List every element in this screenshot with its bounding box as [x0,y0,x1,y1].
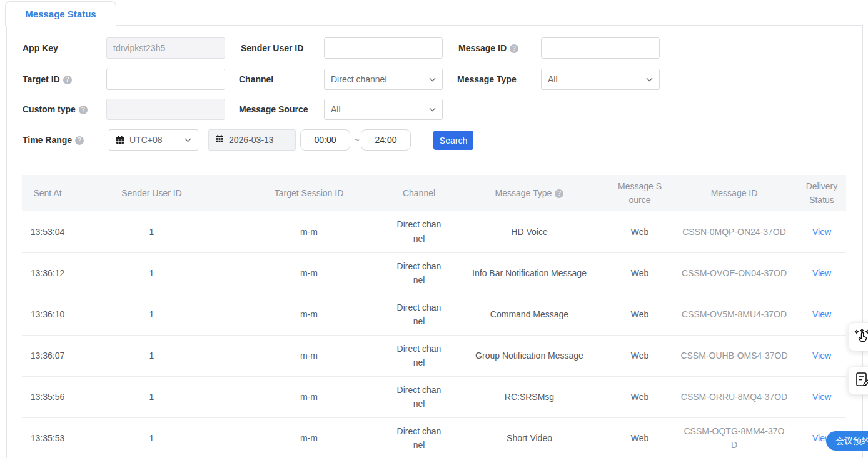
table-row: 13:36:07 1 m-m Direct channel Group Noti… [22,335,846,376]
view-link[interactable]: View [812,268,831,278]
table-row: 13:35:53 1 m-m Direct channel Short Vide… [22,417,846,458]
end-time-input[interactable] [361,129,411,151]
app-key-label: App Key [23,37,58,59]
custom-type-label: Custom type [23,99,88,120]
sender-user-id-label: Sender User ID [241,37,303,59]
table-row: 13:35:56 1 m-m Direct channel RC:SRSMsg … [22,376,846,417]
message-id-input[interactable] [541,37,660,59]
target-id-label: Target ID [23,69,72,90]
tab-label: Message Status [25,9,96,19]
col-message-source: Message Source [608,175,671,211]
col-channel: Channel [388,175,450,211]
channel-select[interactable]: Direct channel [324,69,443,90]
col-delivery-status: Delivery Status [797,175,846,211]
col-message-type: Message Type [450,175,608,211]
tab-message-status[interactable]: Message Status [5,1,116,26]
custom-type-input[interactable] [106,99,225,120]
time-separator: ~ [355,129,360,151]
table-row: 13:36:12 1 m-m Direct channel Info Bar N… [22,252,846,294]
message-type-select[interactable]: All [541,69,660,90]
view-link[interactable]: View [812,351,831,361]
col-sent-at: Sent At [22,175,73,211]
search-button[interactable]: Search [433,131,473,150]
chevron-down-icon [646,77,653,82]
help-icon[interactable] [63,76,72,84]
help-icon[interactable] [75,136,84,145]
message-id-label: Message ID [458,37,518,59]
table-row: 13:36:10 1 m-m Direct channel Command Me… [22,294,846,335]
col-sender-user-id: Sender User ID [73,175,230,211]
meeting-booking-button[interactable]: 会议预约 [826,431,868,451]
help-icon[interactable] [79,106,88,114]
start-time-input[interactable] [300,129,350,151]
chevron-down-icon [429,107,436,112]
col-target-session-id: Target Session ID [230,175,388,211]
survey-form-icon [854,371,868,391]
date-picker[interactable]: 2026-03-13 [208,129,296,151]
message-status-page: Message Status App Key Sender User ID Me… [0,0,868,458]
time-range-label: Time Range [23,129,84,151]
help-icon[interactable] [555,189,563,198]
target-id-input[interactable] [106,69,225,90]
sender-user-id-input[interactable] [324,37,443,59]
view-link[interactable]: View [812,309,831,319]
chevron-down-icon [429,77,436,82]
content-panel: App Key Sender User ID Message ID Target… [6,25,863,458]
rate-hand-icon [854,327,868,347]
chevron-down-icon [184,138,191,142]
help-icon[interactable] [510,44,518,53]
table-row: 13:53:04 1 m-m Direct channel HD Voice W… [22,211,846,252]
view-link[interactable]: View [812,392,831,402]
results-table: Sent At Sender User ID Target Session ID… [22,175,846,458]
timezone-select[interactable]: UTC+08 [109,129,198,151]
table-header-row: Sent At Sender User ID Target Session ID… [22,175,846,211]
message-type-label: Message Type [457,69,517,90]
message-source-label: Message Source [239,99,308,120]
survey-feedback-button[interactable] [848,366,868,395]
calendar-icon [116,136,124,144]
channel-label: Channel [239,69,273,90]
col-message-id: Message ID [671,175,797,211]
rate-feedback-button[interactable] [848,322,868,351]
message-source-select[interactable]: All [324,99,443,120]
view-link[interactable]: View [812,227,831,237]
calendar-icon [215,134,224,146]
app-key-input[interactable] [106,37,225,59]
